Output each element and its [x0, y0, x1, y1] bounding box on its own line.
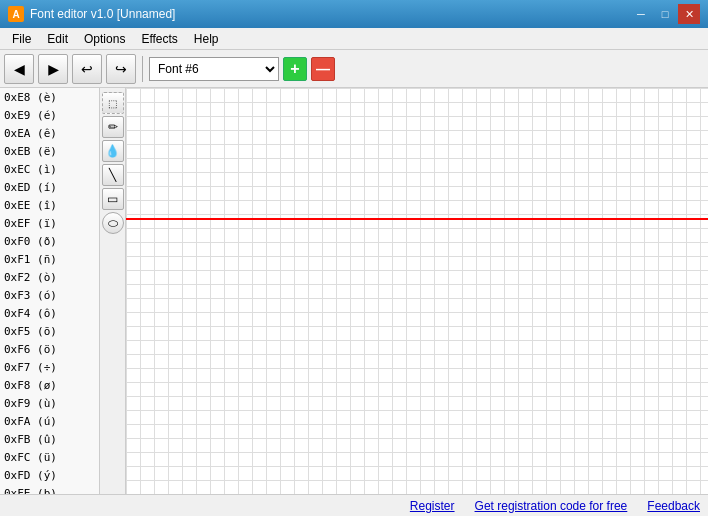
- char-item[interactable]: 0xEA (ê): [0, 124, 99, 142]
- char-item[interactable]: 0xF1 (ñ): [0, 250, 99, 268]
- get-code-link[interactable]: Get registration code for free: [475, 499, 628, 513]
- menu-item-help[interactable]: Help: [186, 30, 227, 48]
- char-item[interactable]: 0xF9 (ù): [0, 394, 99, 412]
- font-select-dropdown[interactable]: Font #1 Font #2 Font #3 Font #4 Font #5 …: [149, 57, 279, 81]
- feedback-link[interactable]: Feedback: [647, 499, 700, 513]
- char-item[interactable]: 0xEE (î): [0, 196, 99, 214]
- forward-button[interactable]: ◀: [38, 54, 68, 84]
- maximize-button[interactable]: □: [654, 4, 676, 24]
- pencil-tool[interactable]: ✏: [102, 116, 124, 138]
- char-item[interactable]: 0xEB (ë): [0, 142, 99, 160]
- fill-tool[interactable]: 💧: [102, 140, 124, 162]
- close-button[interactable]: ✕: [678, 4, 700, 24]
- window-title: Font editor v1.0 [Unnamed]: [30, 7, 175, 21]
- char-item[interactable]: 0xF3 (ó): [0, 286, 99, 304]
- char-item[interactable]: 0xF0 (ð): [0, 232, 99, 250]
- add-font-button[interactable]: +: [283, 57, 307, 81]
- toolbar-separator: [142, 56, 143, 82]
- back-button[interactable]: ◀: [4, 54, 34, 84]
- char-item[interactable]: 0xFC (ü): [0, 448, 99, 466]
- grid-background: [126, 88, 708, 494]
- register-link[interactable]: Register: [410, 499, 455, 513]
- select-tool[interactable]: ⬚: [102, 92, 124, 114]
- char-item[interactable]: 0xEC (ì): [0, 160, 99, 178]
- char-item[interactable]: 0xFB (û): [0, 430, 99, 448]
- minimize-button[interactable]: ─: [630, 4, 652, 24]
- menu-bar: FileEditOptionsEffectsHelp: [0, 28, 708, 50]
- menu-item-file[interactable]: File: [4, 30, 39, 48]
- char-list[interactable]: 0xE8 (è)0xE9 (é)0xEA (ê)0xEB (ë)0xEC (ì)…: [0, 88, 100, 494]
- tools-panel: ⬚ ✏ 💧 ╲ ▭ ⬭: [100, 88, 126, 494]
- menu-item-effects[interactable]: Effects: [133, 30, 185, 48]
- menu-item-edit[interactable]: Edit: [39, 30, 76, 48]
- title-bar: A Font editor v1.0 [Unnamed] ─ □ ✕: [0, 0, 708, 28]
- redo-button[interactable]: ↪: [106, 54, 136, 84]
- char-item[interactable]: 0xF5 (õ): [0, 322, 99, 340]
- font-selector: Font #1 Font #2 Font #3 Font #4 Font #5 …: [149, 57, 335, 81]
- char-item[interactable]: 0xED (í): [0, 178, 99, 196]
- app-icon: A: [8, 6, 24, 22]
- main-area: 0xE8 (è)0xE9 (é)0xEA (ê)0xEB (ë)0xEC (ì)…: [0, 88, 708, 494]
- ellipse-tool[interactable]: ⬭: [102, 212, 124, 234]
- canvas-area[interactable]: [126, 88, 708, 494]
- status-bar: Register Get registration code for free …: [0, 494, 708, 516]
- char-item[interactable]: 0xFD (ý): [0, 466, 99, 484]
- char-item[interactable]: 0xF4 (ô): [0, 304, 99, 322]
- char-item[interactable]: 0xF8 (ø): [0, 376, 99, 394]
- menu-item-options[interactable]: Options: [76, 30, 133, 48]
- char-item[interactable]: 0xEF (ï): [0, 214, 99, 232]
- toolbar: ◀ ◀ ↩ ↪ Font #1 Font #2 Font #3 Font #4 …: [0, 50, 708, 88]
- rectangle-tool[interactable]: ▭: [102, 188, 124, 210]
- window-controls: ─ □ ✕: [630, 4, 700, 24]
- char-item[interactable]: 0xF7 (÷): [0, 358, 99, 376]
- undo-button[interactable]: ↩: [72, 54, 102, 84]
- char-item[interactable]: 0xFE (þ): [0, 484, 99, 494]
- char-item[interactable]: 0xE8 (è): [0, 88, 99, 106]
- char-item[interactable]: 0xF6 (ö): [0, 340, 99, 358]
- baseline-line: [126, 218, 708, 220]
- line-tool[interactable]: ╲: [102, 164, 124, 186]
- remove-font-button[interactable]: —: [311, 57, 335, 81]
- char-item[interactable]: 0xE9 (é): [0, 106, 99, 124]
- char-item[interactable]: 0xF2 (ò): [0, 268, 99, 286]
- char-item[interactable]: 0xFA (ú): [0, 412, 99, 430]
